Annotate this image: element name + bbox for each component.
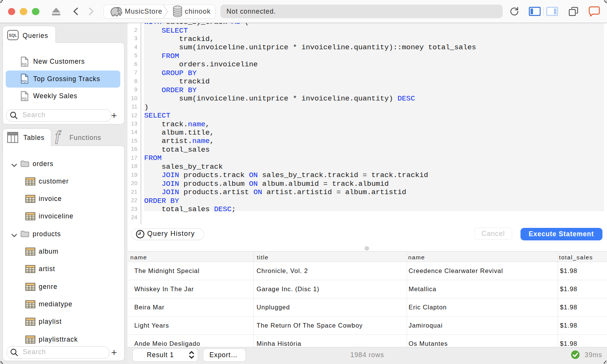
svg-text:SQL: SQL — [22, 79, 28, 83]
svg-text:SQL: SQL — [22, 62, 28, 65]
svg-text:SQL: SQL — [9, 33, 17, 38]
svg-text:SQL: SQL — [22, 96, 28, 100]
